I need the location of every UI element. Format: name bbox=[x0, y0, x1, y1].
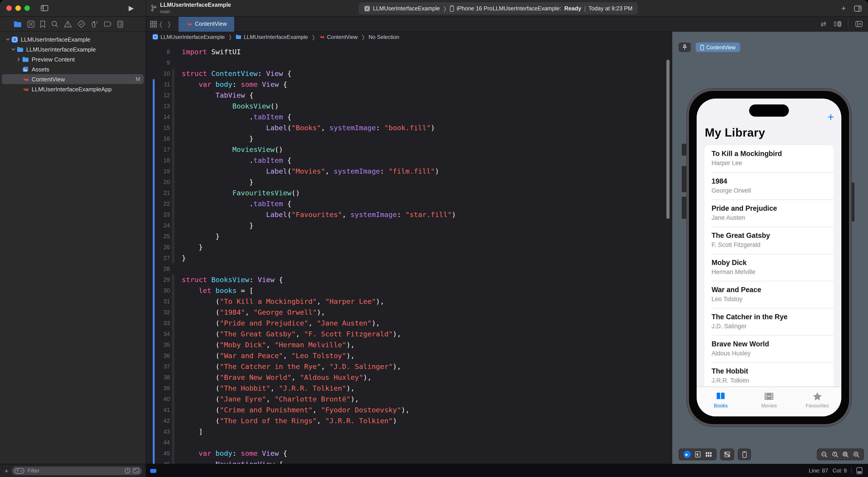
code-line-46[interactable]: 46 NavigationView { bbox=[146, 459, 672, 464]
breadcrumb-item[interactable]: No Selection bbox=[368, 34, 399, 40]
find-navigator-icon[interactable] bbox=[51, 20, 59, 28]
file-row-llmuserinterfaceexample[interactable]: LLMUserInterfaceExample bbox=[0, 44, 146, 54]
chevron-down-icon[interactable] bbox=[10, 48, 16, 51]
code-line-44[interactable]: 44 bbox=[146, 437, 672, 448]
book-row[interactable]: War and PeaceLeo Tolstoy bbox=[704, 281, 834, 308]
book-row[interactable]: The Catcher in the RyeJ.D. Salinger bbox=[704, 308, 834, 335]
code-line-24[interactable]: 24 } bbox=[146, 220, 672, 231]
editor-only-layout-icon[interactable] bbox=[856, 467, 863, 474]
code-lines[interactable]: 8import SwiftUI910struct ContentView: Vi… bbox=[146, 42, 672, 464]
run-button[interactable]: ▶ bbox=[129, 4, 134, 12]
filter-menu-icon[interactable] bbox=[14, 468, 24, 474]
code-line-13[interactable]: 13 BooksView() bbox=[146, 101, 672, 112]
code-line-28[interactable]: 28 bbox=[146, 264, 672, 274]
scheme-area[interactable]: LLMUserInterfaceExample main bbox=[151, 0, 231, 16]
code-line-8[interactable]: 8import SwiftUI bbox=[146, 47, 672, 57]
related-items-icon[interactable] bbox=[150, 21, 157, 27]
library-add-icon[interactable]: + bbox=[841, 4, 846, 13]
source-control-navigator-icon[interactable] bbox=[27, 20, 35, 28]
project-navigator-icon[interactable] bbox=[13, 21, 22, 27]
add-file-button[interactable]: + bbox=[4, 467, 8, 475]
file-row-contentview[interactable]: ContentViewM bbox=[0, 74, 146, 84]
code-line-34[interactable]: 34 ("The Great Gatsby", "F. Scott Fitzge… bbox=[146, 329, 672, 339]
code-line-29[interactable]: 29struct BooksView: View { bbox=[146, 274, 672, 285]
book-row[interactable]: To Kill a MockingbirdHarper Lee bbox=[704, 145, 834, 172]
code-line-30[interactable]: 30 let books = [ bbox=[146, 285, 672, 296]
book-row[interactable]: Pride and PrejudiceJane Austen bbox=[704, 199, 834, 227]
minimize-window-button[interactable] bbox=[16, 5, 21, 11]
preview-tab-movies[interactable]: Movies bbox=[745, 391, 793, 416]
source-editor[interactable]: LLMUserInterfaceExample❭LLMUserInterface… bbox=[146, 32, 672, 464]
breadcrumb-item[interactable]: LLMUserInterfaceExample bbox=[236, 34, 308, 40]
code-line-20[interactable]: 20 } bbox=[146, 177, 672, 188]
pin-preview-button[interactable] bbox=[679, 42, 691, 52]
code-line-22[interactable]: 22 .tabItem { bbox=[146, 199, 672, 209]
breadcrumb-item[interactable]: LLMUserInterfaceExample bbox=[152, 34, 225, 40]
code-line-19[interactable]: 19 Label("Movies", systemImage: "film.fi… bbox=[146, 166, 672, 177]
code-line-26[interactable]: 26 } bbox=[146, 242, 672, 253]
code-line-45[interactable]: 45 var body: some View { bbox=[146, 448, 672, 459]
zoom-100-icon[interactable] bbox=[832, 451, 839, 458]
reports-navigator-icon[interactable] bbox=[117, 20, 123, 28]
file-row-llmuserinterfaceexampleapp[interactable]: LLMUserInterfaceExampleApp bbox=[0, 84, 146, 94]
filter-input[interactable] bbox=[27, 467, 122, 474]
book-row[interactable]: The Great GatsbyF. Scott Fitzgerald bbox=[704, 227, 834, 254]
code-line-42[interactable]: 42 ("The Lord of the Rings", "J.R.R. Tol… bbox=[146, 416, 672, 426]
preview-tab-favourites[interactable]: Favourites bbox=[793, 391, 841, 416]
breadcrumb-item[interactable]: ContentView bbox=[319, 34, 358, 40]
forward-button[interactable]: ❭ bbox=[165, 20, 173, 28]
activity-view[interactable]: LLMUserInterfaceExample ❭ iPhone 16 Pro … bbox=[359, 2, 638, 14]
code-line-10[interactable]: 10struct ContentView: View { bbox=[146, 68, 672, 79]
toggle-inspector-icon[interactable] bbox=[854, 5, 862, 11]
code-line-23[interactable]: 23 Label("Favourites", systemImage: "sta… bbox=[146, 209, 672, 220]
code-line-35[interactable]: 35 ("Moby Dick", "Herman Melville"), bbox=[146, 339, 672, 350]
code-line-32[interactable]: 32 ("1984", "George Orwell"), bbox=[146, 307, 672, 318]
file-row-llmuserinterfaceexample[interactable]: LLMUserInterfaceExample bbox=[0, 34, 146, 44]
code-line-18[interactable]: 18 .tabItem { bbox=[146, 155, 672, 166]
tests-navigator-icon[interactable] bbox=[77, 20, 85, 28]
code-line-43[interactable]: 43 ] bbox=[146, 426, 672, 437]
device-settings-button[interactable] bbox=[724, 451, 731, 457]
tab-contentview[interactable]: ContentView bbox=[179, 17, 234, 31]
modified-indicator[interactable] bbox=[150, 469, 156, 473]
chevron-down-icon[interactable] bbox=[4, 38, 11, 41]
debug-navigator-icon[interactable] bbox=[90, 20, 98, 28]
breakpoints-navigator-icon[interactable] bbox=[104, 21, 112, 27]
code-line-15[interactable]: 15 Label("Books", systemImage: "book.fil… bbox=[146, 122, 672, 133]
editor-scrollbar[interactable] bbox=[666, 60, 670, 219]
code-line-21[interactable]: 21 FavouritesView() bbox=[146, 188, 672, 199]
swap-editor-icon[interactable]: ⇄ bbox=[821, 20, 827, 28]
recent-files-clock-icon[interactable] bbox=[124, 468, 131, 474]
live-preview-button[interactable]: ▶ bbox=[683, 451, 690, 458]
code-line-40[interactable]: 40 ("Jane Eyre", "Charlotte Brontë"), bbox=[146, 394, 672, 405]
device-bezels-button[interactable] bbox=[742, 451, 747, 458]
code-line-27[interactable]: 27} bbox=[146, 253, 672, 264]
preview-tab-books[interactable]: Books bbox=[697, 391, 745, 416]
code-line-37[interactable]: 37 ("The Catcher in the Rye", "J.D. Sali… bbox=[146, 361, 672, 372]
file-row-preview-content[interactable]: Preview Content bbox=[0, 54, 146, 64]
zoom-in-icon[interactable] bbox=[853, 451, 860, 458]
book-row[interactable]: 1984George Orwell bbox=[704, 172, 834, 199]
chevron-right-icon[interactable] bbox=[16, 57, 22, 61]
source-control-filter-icon[interactable] bbox=[133, 468, 139, 473]
code-line-33[interactable]: 33 ("Pride and Prejudice", "Jane Austen"… bbox=[146, 318, 672, 329]
book-row[interactable]: Brave New WorldAldous Huxley bbox=[704, 335, 834, 362]
file-row-assets[interactable]: Assets bbox=[0, 64, 146, 74]
close-window-button[interactable] bbox=[6, 5, 12, 11]
code-line-41[interactable]: 41 ("Crime and Punishment", "Fyodor Dost… bbox=[146, 405, 672, 416]
book-row[interactable]: Moby DickHerman Melville bbox=[704, 254, 834, 281]
add-book-button[interactable]: + bbox=[828, 111, 834, 122]
selectable-mode-button[interactable] bbox=[695, 451, 701, 457]
code-line-25[interactable]: 25 } bbox=[146, 231, 672, 242]
code-line-36[interactable]: 36 ("War and Peace", "Leo Tolstoy"), bbox=[146, 350, 672, 361]
add-editor-icon[interactable] bbox=[855, 21, 863, 27]
variants-button[interactable] bbox=[705, 452, 712, 457]
zoom-fit-icon[interactable] bbox=[842, 451, 849, 458]
code-line-14[interactable]: 14 .tabItem { bbox=[146, 112, 672, 122]
code-line-11[interactable]: 11 var body: some View { bbox=[146, 79, 672, 90]
code-line-39[interactable]: 39 ("The Hobbit", "J.R.R. Tolkien"), bbox=[146, 383, 672, 394]
code-line-12[interactable]: 12 TabView { bbox=[146, 90, 672, 101]
toggle-navigator-icon[interactable] bbox=[41, 5, 49, 11]
back-button[interactable]: ❬ bbox=[157, 20, 165, 28]
code-line-17[interactable]: 17 MoviesView() bbox=[146, 144, 672, 155]
